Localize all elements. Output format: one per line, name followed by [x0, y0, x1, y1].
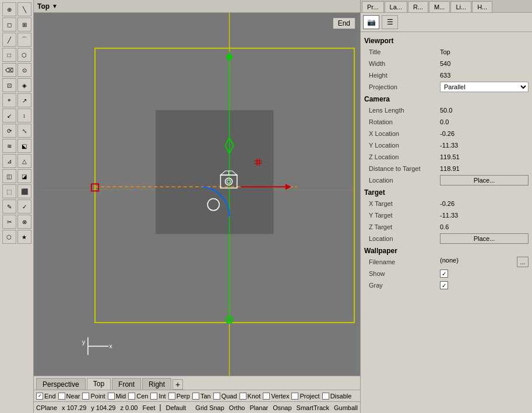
snap-int[interactable]: Int — [150, 393, 165, 400]
viewport-header: Top ▼ — [34, 0, 360, 13]
toolbar-btn-28[interactable]: ✓ — [17, 200, 31, 214]
toolbar-btn-29[interactable]: ✂ — [2, 215, 16, 229]
toolbar-btn-9[interactable]: ⌫ — [2, 63, 16, 77]
panel-tab-material[interactable]: M... — [429, 1, 450, 12]
toolbar-btn-24[interactable]: ◪ — [17, 169, 31, 183]
toolbar-btn-2[interactable]: ╲ — [17, 2, 31, 16]
snap-quad[interactable]: Quad — [213, 393, 237, 400]
prop-xloc-row: X Location -0.26 — [363, 128, 530, 139]
toolbar-btn-20[interactable]: ⬕ — [17, 139, 31, 153]
osnap-label[interactable]: Osnap — [273, 404, 291, 411]
toolbar-btn-22[interactable]: △ — [17, 154, 31, 168]
snap-cen[interactable]: Cen — [128, 393, 148, 400]
tab-right[interactable]: Right — [142, 378, 171, 390]
prop-ztarget-label: Z Target — [364, 223, 440, 230]
panel-tab-layers[interactable]: La... — [385, 1, 407, 12]
toolbar-btn-18[interactable]: ⤡ — [17, 124, 31, 138]
toolbar-btn-17[interactable]: ⟳ — [2, 124, 16, 138]
toolbar-btn-13[interactable]: ⌖ — [2, 93, 16, 107]
snap-project[interactable]: Project — [291, 393, 319, 400]
toolbar-btn-26[interactable]: ⬛ — [17, 184, 31, 198]
snap-point-checkbox[interactable] — [82, 393, 89, 400]
panel-tab-light[interactable]: Li... — [450, 1, 471, 12]
snap-int-checkbox[interactable] — [150, 393, 157, 400]
snap-project-checkbox[interactable] — [291, 393, 298, 400]
snap-knot-checkbox[interactable] — [239, 393, 246, 400]
snap-end[interactable]: ✓ End — [36, 393, 56, 400]
toolbar-btn-14[interactable]: ↗ — [17, 93, 31, 107]
svg-rect-4 — [156, 110, 273, 234]
snap-mid[interactable]: Mid — [108, 393, 126, 400]
toolbar-btn-1[interactable]: ⊕ — [2, 2, 16, 16]
snap-disable[interactable]: Disable — [322, 393, 352, 400]
toolbar-btn-16[interactable]: ↕ — [17, 108, 31, 123]
panel-icon-props[interactable]: ☰ — [382, 15, 398, 29]
properties-content: Viewport Title Top Width 540 Height 633 … — [361, 32, 532, 293]
snap-perp[interactable]: Perp — [168, 393, 190, 400]
end-button[interactable]: End — [333, 18, 355, 29]
prop-gray-checkbox[interactable]: ✓ — [440, 281, 448, 289]
prop-filename-value: (none) — [440, 257, 516, 267]
viewport-canvas[interactable]: x y End — [34, 13, 360, 376]
toolbar-btn-4[interactable]: ⊞ — [17, 18, 31, 32]
viewport-dropdown-icon[interactable]: ▼ — [52, 3, 58, 9]
toolbar-btn-7[interactable]: □ — [2, 48, 16, 62]
snap-perp-checkbox[interactable] — [168, 393, 175, 400]
toolbar-btn-3[interactable]: ◻ — [2, 18, 16, 32]
toolbar-btn-15[interactable]: ↙ — [2, 108, 16, 123]
snap-tan-checkbox[interactable] — [192, 393, 199, 400]
prop-show-checkbox[interactable]: ✓ — [440, 270, 448, 278]
snap-end-checkbox[interactable]: ✓ — [36, 393, 43, 400]
toolbar-btn-11[interactable]: ⊡ — [2, 78, 16, 92]
toolbar-btn-27[interactable]: ✎ — [2, 200, 16, 214]
grid-snap-label[interactable]: Grid Snap — [195, 404, 224, 411]
snap-quad-checkbox[interactable] — [213, 393, 220, 400]
snap-cen-checkbox[interactable] — [128, 393, 135, 400]
add-viewport-tab[interactable]: + — [172, 379, 183, 390]
snap-vertex-checkbox[interactable] — [263, 393, 270, 400]
prop-target-location-btn[interactable]: Place... — [440, 233, 529, 244]
toolbar-btn-23[interactable]: ◫ — [2, 169, 16, 183]
toolbar-btn-19[interactable]: ≋ — [2, 139, 16, 153]
planar-label[interactable]: Planar — [249, 404, 268, 411]
snap-disable-checkbox[interactable] — [322, 393, 329, 400]
panel-icon-camera[interactable]: 📷 — [363, 15, 379, 29]
z-coord: z 0.00 — [120, 404, 138, 411]
smarttrack-label[interactable]: SmartTrack — [297, 404, 329, 411]
toolbar-btn-25[interactable]: ⬚ — [2, 184, 16, 198]
toolbar-btn-5[interactable]: ╱ — [2, 33, 16, 47]
snap-vertex-label: Vertex — [271, 393, 289, 400]
snap-mid-checkbox[interactable] — [108, 393, 115, 400]
snap-near[interactable]: Near — [58, 393, 80, 400]
prop-filename-browse[interactable]: ... — [517, 257, 529, 267]
prop-cam-location-btn[interactable]: Place... — [440, 175, 529, 186]
toolbar-btn-10[interactable]: ⊙ — [17, 63, 31, 77]
unit-label: Feet — [142, 404, 155, 411]
viewport-area: Top ▼ — [34, 0, 360, 376]
prop-filename-row: Filename (none) ... — [363, 256, 530, 268]
panel-tab-render[interactable]: R... — [408, 1, 428, 12]
gumball-label[interactable]: Gumball — [334, 404, 358, 411]
toolbar-btn-12[interactable]: ◈ — [17, 78, 31, 92]
toolbar-btn-8[interactable]: ⬡ — [17, 48, 31, 62]
prop-height-value: 633 — [440, 72, 529, 79]
tab-top[interactable]: Top — [87, 378, 111, 390]
snap-tan[interactable]: Tan — [192, 393, 211, 400]
prop-projection-select[interactable]: Parallel Perspective — [440, 82, 529, 92]
tab-perspective[interactable]: Perspective — [36, 378, 86, 390]
snap-vertex[interactable]: Vertex — [263, 393, 289, 400]
snap-knot[interactable]: Knot — [239, 393, 261, 400]
panel-tab-help[interactable]: H... — [472, 1, 492, 12]
toolbar-btn-6[interactable]: ⌒ — [17, 33, 31, 47]
color-swatch — [160, 404, 161, 411]
toolbar-btn-21[interactable]: ⊿ — [2, 154, 16, 168]
tab-front[interactable]: Front — [112, 378, 141, 390]
snap-near-checkbox[interactable] — [58, 393, 65, 400]
snap-point[interactable]: Point — [82, 393, 105, 400]
toolbar-btn-30[interactable]: ⊗ — [17, 215, 31, 229]
toolbar-btn-32[interactable]: ★ — [17, 230, 31, 244]
prop-rotation-label: Rotation — [364, 118, 440, 125]
panel-tab-properties[interactable]: Pr... — [362, 1, 384, 12]
toolbar-btn-31[interactable]: ⬡ — [2, 230, 16, 244]
ortho-label[interactable]: Ortho — [229, 404, 245, 411]
